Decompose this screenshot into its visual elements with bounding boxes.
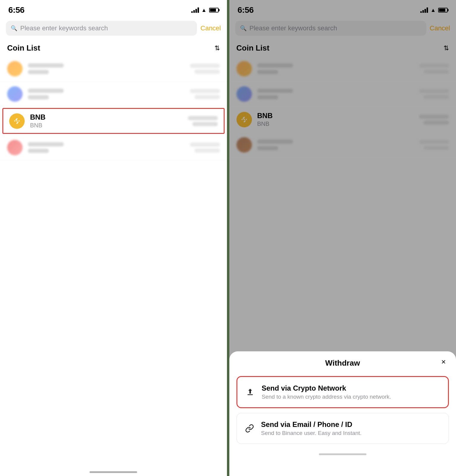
upload-icon bbox=[244, 386, 256, 398]
send-crypto-network-option[interactable]: Send via Crypto Network Send to a known … bbox=[236, 376, 449, 408]
bnb-ticker: BNB bbox=[30, 122, 188, 129]
coin-icon-blurred bbox=[7, 61, 23, 76]
left-phone-panel: 6:56 ▲ 🔍 Please enter keywords search Ca… bbox=[0, 0, 227, 476]
left-coin-list: BNB BNB bbox=[0, 56, 227, 461]
list-item[interactable] bbox=[0, 135, 227, 160]
left-status-icons: ▲ bbox=[191, 7, 219, 13]
sort-icon[interactable]: ⇅ bbox=[214, 44, 220, 52]
home-bar bbox=[90, 471, 137, 473]
coin-icon-blurred bbox=[7, 140, 23, 155]
wifi-icon: ▲ bbox=[201, 7, 207, 13]
battery-icon bbox=[209, 8, 219, 12]
list-item[interactable] bbox=[0, 56, 227, 82]
sheet-home-bar bbox=[319, 453, 366, 455]
send-email-description: Send to Binance user. Easy and Instant. bbox=[261, 430, 362, 436]
send-crypto-title: Send via Crypto Network bbox=[262, 384, 391, 392]
send-crypto-description: Send to a known crypto address via crypt… bbox=[262, 394, 391, 400]
search-icon: 🔍 bbox=[11, 25, 17, 32]
left-search-placeholder: Please enter keywords search bbox=[20, 24, 108, 32]
bnb-name: BNB bbox=[30, 113, 188, 121]
left-time: 6:56 bbox=[8, 5, 24, 15]
send-email-text: Send via Email / Phone / ID Send to Bina… bbox=[261, 420, 362, 436]
signal-icon bbox=[191, 7, 199, 13]
bnb-icon bbox=[9, 113, 25, 129]
sheet-home-indicator bbox=[229, 447, 456, 458]
left-coin-list-header: Coin List ⇅ bbox=[0, 39, 227, 56]
left-search-input-wrapper[interactable]: 🔍 Please enter keywords search bbox=[6, 21, 197, 36]
left-status-bar: 6:56 ▲ bbox=[0, 0, 227, 18]
left-home-indicator bbox=[0, 461, 227, 476]
link-icon bbox=[243, 422, 256, 435]
panel-divider bbox=[227, 0, 229, 476]
list-item[interactable] bbox=[0, 82, 227, 107]
left-cancel-button[interactable]: Cancel bbox=[200, 24, 221, 32]
send-crypto-text: Send via Crypto Network Send to a known … bbox=[262, 384, 391, 400]
bnb-info: BNB BNB bbox=[30, 113, 188, 129]
coin-icon-blurred bbox=[7, 86, 23, 102]
bnb-coin-item[interactable]: BNB BNB bbox=[2, 108, 225, 134]
bnb-value bbox=[188, 116, 218, 126]
bottom-sheet-content: Send via Crypto Network Send to a known … bbox=[229, 372, 456, 447]
left-search-bar: 🔍 Please enter keywords search Cancel bbox=[0, 18, 227, 39]
right-phone-panel: 6:56 ▲ 🔍 Please enter keywords search Ca… bbox=[229, 0, 456, 476]
close-button[interactable]: × bbox=[438, 357, 449, 367]
send-email-phone-option[interactable]: Send via Email / Phone / ID Send to Bina… bbox=[236, 413, 449, 444]
left-coin-list-title: Coin List bbox=[7, 43, 40, 53]
bottom-sheet-title: Withdraw bbox=[325, 358, 360, 368]
withdraw-bottom-sheet: Withdraw × Send via Crypto Network Send … bbox=[229, 351, 456, 476]
send-email-title: Send via Email / Phone / ID bbox=[261, 420, 362, 429]
bottom-sheet-header: Withdraw × bbox=[229, 351, 456, 372]
